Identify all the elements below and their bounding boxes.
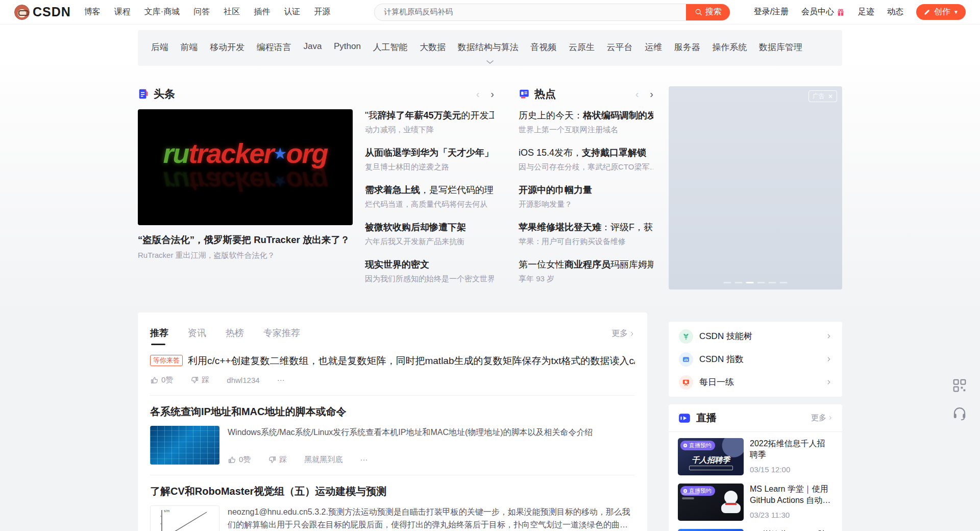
- nav-item-plugins[interactable]: 插件: [254, 7, 270, 17]
- headline-item[interactable]: 从面临退学到华为「天才少年」 复旦博士林田的逆袭之路: [365, 147, 494, 172]
- article-title[interactable]: 各系统查询IP地址和MAC地址的脚本或命令: [150, 405, 635, 419]
- nav-item-certification[interactable]: 认证: [284, 7, 300, 17]
- nav-item-courses[interactable]: 课程: [114, 7, 131, 17]
- article-author[interactable]: dhwl1234: [227, 376, 259, 384]
- search-input[interactable]: [375, 4, 686, 20]
- hotspots-prev-icon[interactable]: ‹: [635, 89, 639, 99]
- nav-item-library-mall[interactable]: 文库·商城: [144, 7, 180, 17]
- article-author[interactable]: 黑就黑到底: [304, 455, 342, 465]
- dislike-button[interactable]: 踩: [190, 375, 209, 385]
- ad-close-icon[interactable]: ✕: [828, 93, 833, 100]
- feed-article: 了解CV和RoboMaster视觉组（五）运动建模与预测 s/m: [150, 475, 635, 531]
- headlines-list: "我辞掉了年薪45万美元的开发工作" 动力减弱，业绩下降 从面临退学到华为「天才…: [365, 109, 494, 296]
- category-database[interactable]: 数据库管理: [759, 41, 802, 53]
- tab-news[interactable]: 资讯: [188, 327, 206, 345]
- live-more-link[interactable]: 更多: [811, 413, 833, 423]
- live-more-label: 更多: [811, 413, 826, 423]
- feed-article: 各系统查询IP地址和MAC地址的脚本或命令 Windows系统/Mac系统/Li…: [150, 396, 635, 475]
- article-title[interactable]: 等你来答利用c/c++创建复数二维数组，也就是复数矩阵，同时把matlab生成的…: [150, 354, 635, 368]
- headlines-title: 头条: [154, 87, 175, 101]
- dynamic-link[interactable]: 动态: [887, 7, 903, 17]
- live-card: 直播 更多 直播预约 千人招聘季: [669, 404, 842, 531]
- sidebar-item-index[interactable]: CSDN 指数: [669, 348, 842, 371]
- main-story-image[interactable]: rutracker★org rutracker★org: [138, 109, 353, 225]
- tab-expert[interactable]: 专家推荐: [263, 327, 300, 345]
- carousel-dot[interactable]: [780, 282, 788, 283]
- category-audio-video[interactable]: 音视频: [530, 41, 556, 53]
- category-backend[interactable]: 后端: [151, 41, 168, 53]
- article-meta: 0赞 踩 黑就黑到底 ⋯: [228, 455, 635, 465]
- category-ops[interactable]: 运维: [645, 41, 662, 53]
- rutracker-ru: ru: [163, 138, 188, 168]
- carousel-dot[interactable]: [769, 282, 776, 283]
- carousel-dot[interactable]: [724, 282, 731, 283]
- carousel-dot-active[interactable]: [746, 282, 754, 283]
- headline-item[interactable]: 需求着急上线，是写烂代码的理由… 烂代码当道，高质量代码将何去何从: [365, 184, 494, 209]
- sidebar-item-daily-practice[interactable]: 每日一练: [669, 371, 842, 394]
- vip-center-link[interactable]: 会员中心: [801, 7, 845, 17]
- rutracker-logo-reflection: rutracker★org: [163, 168, 327, 196]
- live-item[interactable]: 直播预约 MS Learn 学堂｜使用 GitHub Actions 自动执行……: [669, 477, 842, 523]
- tab-ranking[interactable]: 热榜: [226, 327, 244, 345]
- hotspot-item[interactable]: 开源中的巾帼力量 开源影响发量？: [519, 184, 653, 209]
- more-actions-icon[interactable]: ⋯: [360, 455, 368, 465]
- nav-item-community[interactable]: 社区: [224, 7, 240, 17]
- nav-item-qa[interactable]: 问答: [193, 7, 210, 17]
- category-cloudnative[interactable]: 云原生: [569, 41, 595, 53]
- chevron-right-icon: [825, 356, 832, 363]
- carousel-dot[interactable]: [757, 282, 765, 283]
- article-title[interactable]: 了解CV和RoboMaster视觉组（五）运动建模与预测: [150, 485, 635, 498]
- headline-item[interactable]: 现实世界的密文 因为我们所感知的始终是一个密文世界…: [365, 258, 494, 284]
- like-button[interactable]: 0赞: [228, 455, 251, 465]
- dislike-button[interactable]: 踩: [268, 455, 287, 465]
- ad-banner[interactable]: 广告 ✕: [669, 86, 842, 289]
- hotspot-item[interactable]: 苹果维修堪比登天难：评级F，获… 苹果：用户可自行购买设备维修: [519, 221, 653, 247]
- category-cloudplatform[interactable]: 云平台: [607, 41, 633, 53]
- csdn-logo[interactable]: CSDN: [14, 5, 71, 20]
- category-frontend[interactable]: 前端: [181, 41, 198, 53]
- like-button[interactable]: 0赞: [150, 375, 173, 385]
- hotspots-next-icon[interactable]: ›: [650, 89, 653, 99]
- dislike-label: 踩: [279, 455, 287, 465]
- headline-item[interactable]: "我辞掉了年薪45万美元的开发工作" 动力减弱，业绩下降: [365, 109, 494, 135]
- category-datastructure[interactable]: 数据结构与算法: [458, 41, 519, 53]
- live-item[interactable]: 直播预约 CA训练营 CA 训练营｜MAUI 跨平台应用开发实战: [669, 523, 842, 531]
- article-thumbnail-chart[interactable]: s/m: [150, 505, 219, 531]
- category-bar: 后端 前端 移动开发 编程语言 Java Python 人工智能 大数据 数据结…: [138, 30, 842, 66]
- headlines-next-icon[interactable]: ›: [491, 89, 494, 99]
- category-ai[interactable]: 人工智能: [373, 41, 408, 53]
- category-python[interactable]: Python: [334, 41, 361, 53]
- category-expand-button[interactable]: [486, 60, 494, 65]
- category-server[interactable]: 服务器: [674, 41, 700, 53]
- hotspot-item[interactable]: iOS 15.4发布，支持戴口罩解锁 因与公司存在分歧，寒武纪原CTO梁军…: [519, 147, 653, 172]
- customer-service-button[interactable]: [950, 404, 969, 422]
- hotspot-item[interactable]: 第一位女性商业程序员玛丽库姆斯… 享年 93 岁: [519, 258, 653, 284]
- category-mobile[interactable]: 移动开发: [210, 41, 244, 53]
- article-thumbnail-circuit[interactable]: [150, 426, 219, 465]
- category-programming-language[interactable]: 编程语言: [257, 41, 291, 53]
- hotspot-item[interactable]: 历史上的今天：格状编码调制的发… 世界上第一个互联网注册域名: [519, 109, 653, 135]
- vip-center-label: 会员中心: [801, 7, 834, 17]
- category-java[interactable]: Java: [303, 41, 322, 53]
- more-actions-icon[interactable]: ⋯: [277, 376, 285, 385]
- footprint-link[interactable]: 足迹: [858, 7, 874, 17]
- carousel-dot[interactable]: [735, 282, 743, 283]
- nav-item-opensource[interactable]: 开源: [314, 7, 330, 17]
- search-button[interactable]: 搜索: [686, 4, 730, 20]
- headlines-prev-icon[interactable]: ‹: [476, 89, 480, 99]
- category-os[interactable]: 操作系统: [712, 41, 747, 53]
- feed-more-link[interactable]: 更多: [611, 328, 635, 345]
- live-item-time: 03/15 12:00: [750, 465, 833, 474]
- qrcode-button[interactable]: [950, 376, 969, 395]
- headline-item[interactable]: 被微软收购后却惨遭下架 六年后我又开发新产品来抗衡: [365, 221, 494, 247]
- tab-recommend[interactable]: 推荐: [150, 327, 168, 345]
- headline-item-title: "我辞掉了年薪45万美元的开发工作": [365, 109, 494, 122]
- ad-carousel-dots: [724, 282, 788, 283]
- main-story-title[interactable]: “盗版合法化”，俄罗斯要把 RuTracker 放出来了？: [138, 233, 353, 246]
- sidebar-item-skill-tree[interactable]: CSDN 技能树: [669, 325, 842, 348]
- create-button[interactable]: 创作 ▼: [916, 4, 966, 20]
- live-item[interactable]: 直播预约 千人招聘季 2022拓维信息千人招聘季 03/15 12:00: [669, 432, 842, 477]
- nav-item-blog[interactable]: 博客: [84, 7, 101, 17]
- login-register-link[interactable]: 登录/注册: [754, 7, 789, 17]
- category-bigdata[interactable]: 大数据: [420, 41, 446, 53]
